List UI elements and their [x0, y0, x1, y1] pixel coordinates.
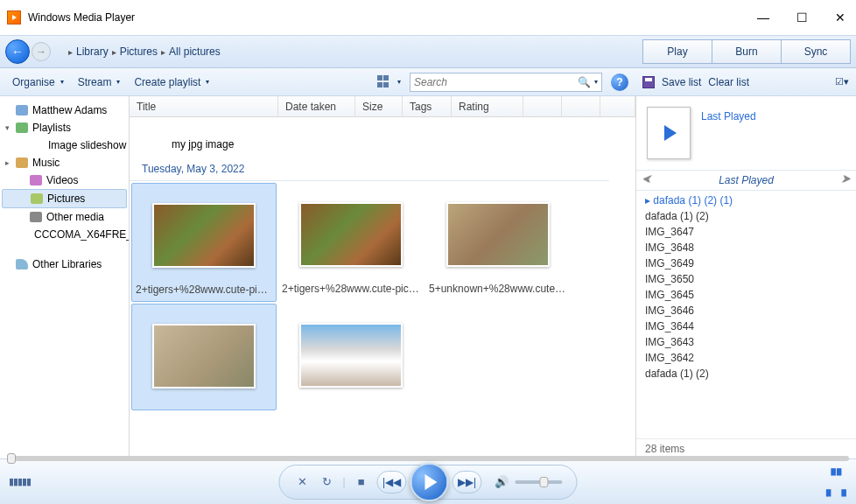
tree-music[interactable]: ▸Music	[0, 154, 129, 172]
col-tags[interactable]: Tags	[403, 96, 452, 116]
playlist-item[interactable]: IMG_3645	[636, 287, 856, 303]
thumbnail-image	[152, 324, 256, 388]
tab-sync[interactable]: Sync	[781, 39, 851, 64]
tree-slideshow[interactable]: Image slideshow	[0, 136, 129, 154]
repeat-button[interactable]: ↻	[318, 475, 335, 488]
crumb-library[interactable]: Library	[76, 46, 109, 58]
search-input[interactable]	[414, 76, 578, 88]
switch-to-now-playing-button[interactable]: ▝▘▖▗	[826, 468, 847, 496]
minimize-button[interactable]: —	[754, 10, 772, 24]
chevron-down-icon[interactable]: ▾	[5, 123, 10, 132]
column-headers: Title Date taken Size Tags Rating	[130, 96, 635, 117]
chevron-right-icon[interactable]: ▸	[5, 158, 10, 167]
tree-playlists[interactable]: ▾Playlists	[0, 119, 129, 136]
mute-button[interactable]: 🔊	[493, 475, 510, 488]
seek-bar[interactable]	[7, 456, 849, 461]
next-button[interactable]: ▶▶|	[453, 471, 482, 494]
col-blank3[interactable]	[600, 96, 635, 116]
thumbnail-caption: 5+unknown+%28www.cute-…	[425, 283, 571, 295]
thumbnail-caption: 2+tigers+%28www.cute-pict…	[132, 284, 276, 296]
playlist-item[interactable]: IMG_3649	[636, 256, 856, 271]
stream-menu[interactable]: Stream	[73, 74, 126, 90]
playlist-item[interactable]: IMG_3642	[636, 350, 856, 366]
crumb-pictures[interactable]: Pictures	[120, 46, 158, 58]
thumb-item[interactable]: 2+tigers+%28www.cute-pict…	[278, 183, 424, 302]
list-toolbar: Save list Clear list ☑▾	[635, 68, 856, 96]
shuffle-button[interactable]: ✕	[293, 475, 311, 488]
other-icon	[30, 212, 42, 222]
library-icon	[16, 259, 28, 270]
playlist-item[interactable]: IMG_3650	[636, 271, 856, 287]
thumbnail-caption: 2+tigers+%28www.cute-pict…	[278, 283, 424, 295]
next-list-button[interactable]: ⮞	[841, 174, 851, 185]
tree-other-media[interactable]: Other media	[0, 208, 129, 226]
tab-burn[interactable]: Burn	[712, 39, 782, 64]
chevron-down-icon[interactable]: ▾	[397, 78, 401, 86]
thumb-item[interactable]: 2+tigers+%28www.cute-pict…	[131, 183, 277, 302]
title-bar: Windows Media Player — ☐ ✕	[0, 0, 856, 35]
col-rating[interactable]: Rating	[452, 96, 523, 116]
clear-list-button[interactable]: Clear list	[708, 76, 749, 88]
prev-list-button[interactable]: ⮜	[642, 174, 651, 185]
organise-menu[interactable]: Organise	[7, 74, 69, 90]
equalizer-icon[interactable]: ▮▮▮▮▮	[9, 476, 31, 487]
crumb-all-pictures[interactable]: All pictures	[169, 46, 221, 58]
playlist-item[interactable]: IMG_3643	[636, 334, 856, 350]
tree-videos[interactable]: Videos	[0, 172, 129, 189]
playlist-header: ⮜ Last Played ⮞	[636, 170, 856, 191]
help-button[interactable]: ?	[611, 74, 628, 91]
back-button[interactable]: ←	[5, 39, 30, 64]
tab-play[interactable]: Play	[642, 39, 712, 64]
date-group-header[interactable]: Tuesday, May 3, 2022	[130, 154, 609, 181]
stop-button[interactable]: ■	[353, 475, 370, 488]
chevron-down-icon[interactable]: ▾	[594, 78, 598, 86]
chevron-right-icon: ▸	[68, 47, 73, 57]
playlist-item[interactable]: dafada (1) (2)	[636, 366, 856, 382]
search-icon[interactable]: 🔍	[578, 76, 591, 88]
tree-pictures[interactable]: Pictures	[2, 189, 127, 208]
thumbnail-image	[152, 203, 256, 268]
app-title: Windows Media Player	[28, 11, 135, 24]
playlist-file-icon[interactable]	[647, 107, 691, 159]
col-date[interactable]: Date taken	[278, 96, 355, 116]
volume-slider[interactable]	[516, 480, 563, 484]
tree-user[interactable]: Matthew Adams	[0, 102, 129, 119]
close-button[interactable]: ✕	[831, 10, 849, 24]
playlist[interactable]: dafada (1) (2) (1) dafada (1) (2) IMG_36…	[636, 191, 856, 438]
playlist-item[interactable]: IMG_3647	[636, 224, 856, 240]
play-button[interactable]	[410, 463, 449, 501]
search-box[interactable]: 🔍 ▾	[410, 73, 602, 92]
content-area: Title Date taken Size Tags Rating my jpg…	[130, 96, 635, 458]
playlist-item[interactable]: dafada (1) (2) (1)	[636, 192, 856, 208]
playlist-item[interactable]: IMG_3644	[636, 318, 856, 334]
seek-thumb[interactable]	[7, 453, 16, 464]
thumbnail-area[interactable]: my jpg image Tuesday, May 3, 2022 2+tige…	[130, 117, 635, 458]
video-icon	[30, 175, 42, 186]
chevron-right-icon: ▸	[161, 47, 165, 57]
col-size[interactable]: Size	[355, 96, 403, 116]
tree-disc[interactable]: CCCOMA_X64FRE_E	[0, 226, 129, 243]
thumb-item[interactable]: 5+unknown+%28www.cute-…	[425, 183, 571, 302]
breadcrumb[interactable]: ▸ Library ▸ Pictures ▸ All pictures	[68, 46, 221, 58]
playlist-item[interactable]: IMG_3648	[636, 240, 856, 256]
toolbar: Organise Stream Create playlist ▾ 🔍 ▾ ?	[0, 68, 635, 96]
playlist-item[interactable]: IMG_3646	[636, 303, 856, 318]
maximize-button[interactable]: ☐	[793, 10, 810, 24]
previous-button[interactable]: |◀◀	[377, 471, 407, 494]
create-playlist-menu[interactable]: Create playlist	[129, 74, 214, 90]
col-title[interactable]: Title	[130, 96, 278, 116]
volume-thumb[interactable]	[540, 477, 549, 487]
tree-other-libraries[interactable]: Other Libraries	[0, 256, 129, 273]
list-options-button[interactable]: ☑▾	[835, 76, 849, 88]
playlist-item[interactable]: dafada (1) (2)	[636, 208, 856, 224]
thumbnail-image	[299, 323, 403, 388]
col-blank2[interactable]	[562, 96, 600, 116]
app-icon	[7, 10, 21, 24]
col-blank1[interactable]	[523, 96, 562, 116]
forward-button[interactable]: →	[32, 42, 51, 61]
thumb-item[interactable]	[278, 304, 424, 410]
thumb-item[interactable]	[131, 304, 277, 410]
playlist-icon	[16, 122, 28, 133]
view-options-button[interactable]	[376, 74, 392, 90]
save-list-button[interactable]: Save list	[662, 76, 701, 88]
